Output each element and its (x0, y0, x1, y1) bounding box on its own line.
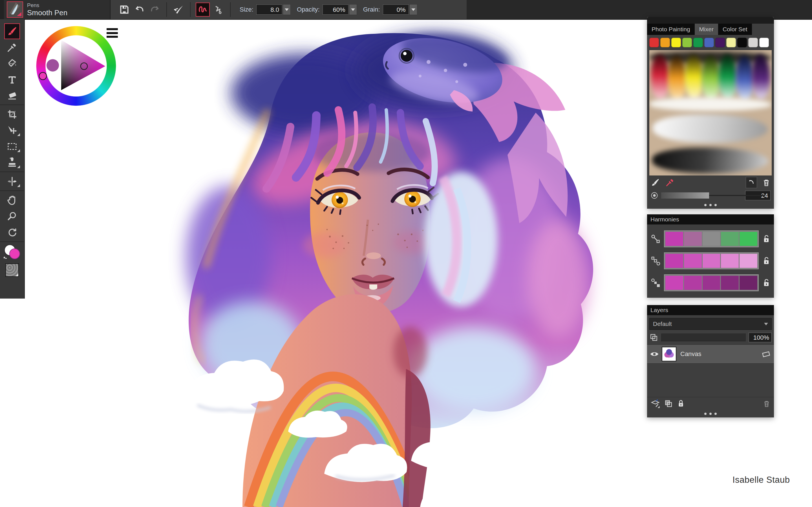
tab-photo-painting[interactable]: Photo Painting (647, 24, 695, 35)
dropper-tool[interactable] (0, 39, 24, 55)
layer-row-canvas[interactable]: Canvas (647, 344, 774, 363)
harmony-color-swatch[interactable] (721, 232, 739, 246)
hand-tool[interactable] (0, 192, 24, 208)
hamburger-icon[interactable] (107, 28, 118, 38)
mixer-color-swatch[interactable] (737, 38, 747, 47)
primary-color-swatch[interactable] (9, 248, 20, 259)
mirror-painting-tool[interactable] (0, 173, 24, 189)
mixer-color-swatch[interactable] (726, 38, 736, 47)
layer-visibility-toggle[interactable] (647, 351, 662, 357)
grain-input[interactable]: 0% (383, 4, 409, 15)
tab-color-set[interactable]: Color Set (718, 24, 752, 35)
canvas-artwork[interactable] (158, 20, 615, 507)
mixer-color-swatch[interactable] (715, 38, 725, 47)
mixer-color-swatch[interactable] (671, 38, 681, 47)
opacity-input[interactable]: 60% (322, 4, 349, 15)
lock-icon[interactable] (677, 399, 685, 408)
crop-tool[interactable] (0, 106, 24, 122)
undo-button[interactable] (133, 3, 146, 16)
redo-button[interactable] (148, 3, 161, 16)
mixer-color-swatch[interactable] (759, 38, 769, 47)
rotate-page-tool[interactable] (0, 224, 24, 240)
hue-ring-marker[interactable] (39, 72, 47, 80)
freehand-strokes-button[interactable] (196, 3, 210, 17)
brush-stroke-icon[interactable] (172, 3, 185, 16)
layer-lock-flag-icon[interactable] (758, 350, 774, 358)
tool-flyout-indicator (15, 274, 18, 276)
brush-selector[interactable]: Pens Smooth Pen (0, 0, 110, 19)
harmony-color-swatch[interactable] (703, 276, 720, 290)
mixer-dropper-icon[interactable] (665, 178, 675, 187)
tab-mixer[interactable]: Mixer (695, 24, 718, 35)
mixer-color-swatch[interactable] (693, 38, 703, 47)
layer-blend-mode-select[interactable]: Default (649, 318, 772, 330)
eraser-tool[interactable] (0, 87, 24, 103)
harmony-color-swatch[interactable] (665, 232, 683, 246)
harmony-color-swatch[interactable] (665, 254, 683, 268)
color-pair[interactable] (0, 243, 24, 261)
harmony-color-swatch[interactable] (684, 276, 702, 290)
paint-bucket-icon (6, 58, 18, 69)
harmony-lock-button[interactable] (762, 278, 771, 287)
grain-dropdown-button[interactable] (409, 4, 417, 15)
grain-label: Grain: (363, 6, 380, 13)
mixer-pad[interactable] (649, 50, 772, 175)
layer-thumbnail[interactable] (662, 347, 676, 361)
lock-open-icon (762, 256, 770, 265)
opacity-dropdown-button[interactable] (349, 4, 357, 15)
harmony-color-swatch[interactable] (740, 232, 757, 246)
mixer-brush-icon[interactable] (651, 178, 660, 187)
clear-mixer-pad-button[interactable] (746, 177, 757, 188)
layers-list-empty-area[interactable] (647, 363, 774, 397)
paper-swatch[interactable] (0, 261, 24, 279)
saturation-value-triangle[interactable] (36, 26, 118, 108)
layers-header[interactable]: Layers (647, 305, 774, 315)
panel-drag-strip[interactable] (647, 17, 774, 24)
save-button[interactable] (118, 3, 131, 16)
mixer-color-swatch[interactable] (748, 38, 758, 47)
harmony-color-swatch[interactable] (740, 276, 757, 290)
harmony-lock-button[interactable] (762, 234, 771, 243)
harmonies-header[interactable]: Harmonies (647, 214, 774, 224)
layer-opacity-value[interactable]: 100% (749, 333, 772, 342)
swap-colors-icon[interactable] (3, 255, 8, 260)
harmony-color-swatch[interactable] (721, 254, 739, 268)
brush-tool[interactable] (0, 23, 24, 39)
zoom-tool[interactable] (0, 208, 24, 224)
harmony-color-swatch[interactable] (740, 254, 757, 268)
harmony-color-swatch[interactable] (684, 232, 702, 246)
text-tool[interactable] (0, 71, 24, 87)
trash-icon[interactable] (762, 178, 770, 187)
harmony-lock-button[interactable] (762, 256, 771, 265)
straight-line-strokes-button[interactable] (212, 3, 225, 16)
layer-mover-tool[interactable] (0, 122, 24, 138)
selection-tool[interactable] (0, 138, 24, 154)
new-layer-icon[interactable] (651, 399, 660, 408)
mirror-symmetry-icon (6, 175, 18, 187)
mixer-slider[interactable] (661, 192, 734, 199)
eraser-icon (6, 90, 18, 101)
color-wheel-panel (36, 26, 118, 108)
layer-opacity-slider[interactable] (661, 334, 746, 341)
fill-tool[interactable] (0, 55, 24, 71)
mixer-color-swatch[interactable] (660, 38, 670, 47)
magnifier-icon (6, 211, 18, 222)
harmony-color-swatch[interactable] (684, 254, 702, 268)
duplicate-layer-icon[interactable] (664, 399, 673, 408)
size-input[interactable]: 8.0 (256, 4, 282, 15)
panel-resize-handle[interactable] (647, 202, 774, 209)
mixer-color-swatch[interactable] (649, 38, 659, 47)
trash-icon[interactable] (763, 399, 770, 408)
brush-preview-icon[interactable] (7, 1, 23, 18)
panel-resize-handle[interactable] (647, 410, 774, 417)
mixer-color-swatch[interactable] (704, 38, 714, 47)
radio-icon[interactable] (651, 191, 658, 200)
harmony-color-swatch[interactable] (721, 276, 739, 290)
harmony-color-swatch[interactable] (703, 254, 720, 268)
harmony-color-swatch[interactable] (665, 276, 683, 290)
stamp-tool[interactable] (0, 154, 24, 170)
harmony-link-icon (650, 255, 661, 267)
size-dropdown-button[interactable] (283, 4, 291, 15)
mixer-color-swatch[interactable] (682, 38, 692, 47)
harmony-color-swatch[interactable] (703, 232, 720, 246)
